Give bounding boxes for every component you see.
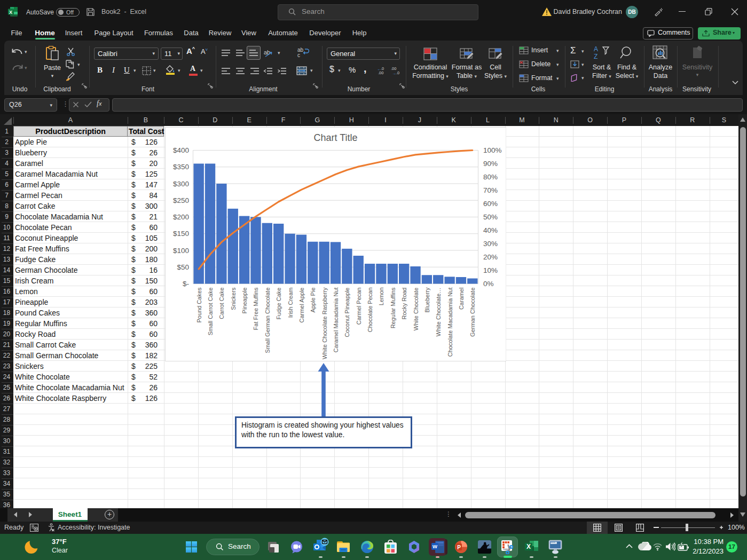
svg-text:German Chocolate: German Chocolate — [469, 288, 476, 337]
svg-text:X: X — [526, 543, 531, 550]
svg-text:.0: .0 — [396, 70, 399, 75]
svg-text:P: P — [457, 545, 461, 550]
svg-text:c: c — [297, 52, 300, 58]
svg-text:Caramel: Caramel — [458, 288, 464, 310]
svg-text:100%: 100% — [483, 146, 502, 154]
svg-text:$350: $350 — [172, 163, 188, 171]
svg-text:Chocolate Macadamia Nut: Chocolate Macadamia Nut — [446, 288, 453, 357]
svg-text:White Chocolate: White Chocolate — [412, 288, 419, 331]
svg-text:50%: 50% — [483, 213, 498, 221]
svg-text:$150: $150 — [172, 230, 188, 238]
svg-text:ab: ab — [264, 49, 270, 56]
svg-text:90%: 90% — [483, 160, 498, 168]
svg-text:A: A — [594, 45, 598, 53]
svg-text:.00: .00 — [391, 66, 396, 71]
svg-text:$50: $50 — [177, 263, 189, 271]
svg-text:W: W — [433, 543, 437, 549]
svg-text:Regular Muffins: Regular Muffins — [389, 287, 396, 328]
svg-text:Irish Cream: Irish Cream — [287, 288, 293, 318]
svg-text:Carmel Apple: Carmel Apple — [298, 288, 304, 323]
svg-text:Chocolate Pecan: Chocolate Pecan — [367, 288, 373, 333]
svg-text:Snickers: Snickers — [230, 287, 236, 310]
svg-text:Small German Chocolate: Small German Chocolate — [264, 288, 270, 353]
svg-text:$200: $200 — [172, 213, 188, 221]
svg-text:40%: 40% — [483, 226, 498, 234]
svg-text:White Chocolate…: White Chocolate… — [435, 288, 442, 337]
svg-text:Pound Cakes: Pound Cakes — [195, 287, 202, 323]
svg-text:$100: $100 — [172, 247, 188, 255]
svg-text:Blueberry: Blueberry — [423, 287, 430, 313]
svg-text:$300: $300 — [172, 180, 188, 188]
svg-text:X: X — [9, 10, 12, 15]
svg-text:30%: 30% — [483, 240, 498, 248]
svg-text:Caramel Macadamia Nut: Caramel Macadamia Nut — [333, 288, 339, 353]
svg-text:$250: $250 — [172, 196, 188, 204]
svg-text:$400: $400 — [172, 146, 188, 154]
svg-text:80%: 80% — [483, 173, 498, 181]
svg-text:Apple Pie: Apple Pie — [310, 288, 316, 313]
svg-text:Chart Title: Chart Title — [313, 132, 357, 143]
svg-text:.00: .00 — [378, 70, 383, 75]
svg-text:Fudge Cake: Fudge Cake — [276, 288, 282, 320]
svg-text:70%: 70% — [483, 186, 498, 194]
svg-text:Pineapple: Pineapple — [241, 288, 248, 314]
svg-text:Small Carrot Cake: Small Carrot Cake — [207, 288, 214, 336]
svg-text:Rocky Road: Rocky Road — [401, 288, 407, 320]
svg-text:Carrot Cake: Carrot Cake — [218, 288, 225, 319]
svg-text:0%: 0% — [483, 280, 494, 288]
svg-text:Coconut Pineapple: Coconut Pineapple — [344, 288, 350, 337]
svg-text:White Chocolate Raspberry: White Chocolate Raspberry — [321, 287, 327, 359]
svg-text:10%: 10% — [483, 266, 498, 274]
svg-text:20%: 20% — [483, 253, 498, 261]
svg-text:Fat Free Muffins: Fat Free Muffins — [253, 287, 259, 330]
svg-text:60%: 60% — [483, 200, 498, 208]
svg-text:Carmel Pecan: Carmel Pecan — [355, 288, 361, 325]
svg-text:→: → — [392, 71, 396, 75]
svg-text:Lemon: Lemon — [378, 288, 384, 306]
svg-text:$-: $- — [182, 280, 188, 288]
svg-text:Z: Z — [594, 53, 597, 60]
